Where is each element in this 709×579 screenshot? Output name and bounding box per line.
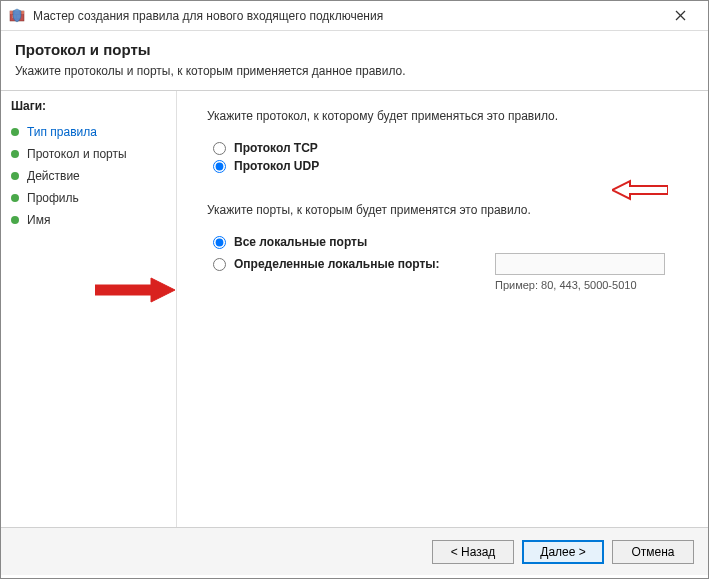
annotation-arrow-left-icon	[612, 179, 668, 201]
step-label: Имя	[27, 213, 50, 227]
step-bullet-icon	[11, 194, 19, 202]
ports-all-row[interactable]: Все локальные порты	[213, 235, 692, 249]
ports-all-label: Все локальные порты	[234, 235, 367, 249]
steps-sidebar: Шаги: Тип правила Протокол и порты Дейст…	[1, 91, 176, 527]
window-title: Мастер создания правила для нового входя…	[33, 9, 660, 23]
step-label: Профиль	[27, 191, 79, 205]
step-action[interactable]: Действие	[11, 165, 166, 187]
step-bullet-icon	[11, 172, 19, 180]
protocol-tcp-label: Протокол TCP	[234, 141, 318, 155]
step-bullet-icon	[11, 128, 19, 136]
step-profile[interactable]: Профиль	[11, 187, 166, 209]
firewall-icon	[9, 8, 25, 24]
step-rule-type[interactable]: Тип правила	[11, 121, 166, 143]
step-bullet-icon	[11, 216, 19, 224]
protocol-instruction: Укажите протокол, к которому будет приме…	[207, 109, 692, 123]
protocol-udp-row[interactable]: Протокол UDP	[213, 159, 692, 173]
step-name[interactable]: Имя	[11, 209, 166, 231]
footer-bar: < Назад Далее > Отмена	[1, 527, 708, 575]
ports-all-radio[interactable]	[213, 236, 226, 249]
cancel-button[interactable]: Отмена	[612, 540, 694, 564]
ports-specific-radio[interactable]	[213, 258, 226, 271]
titlebar: Мастер создания правила для нового входя…	[1, 1, 708, 31]
step-label: Протокол и порты	[27, 147, 127, 161]
next-button[interactable]: Далее >	[522, 540, 604, 564]
ports-example: Пример: 80, 443, 5000-5010	[495, 279, 692, 291]
page-title: Протокол и порты	[15, 41, 694, 58]
svg-marker-8	[612, 181, 668, 199]
ports-specific-label: Определенные локальные порты:	[234, 257, 440, 271]
annotation-arrow-right-icon	[95, 276, 175, 304]
steps-heading: Шаги:	[11, 99, 166, 113]
close-button[interactable]	[660, 2, 700, 30]
protocol-tcp-radio[interactable]	[213, 142, 226, 155]
wizard-body: Шаги: Тип правила Протокол и порты Дейст…	[1, 91, 708, 527]
step-label: Тип правила	[27, 125, 97, 139]
step-label: Действие	[27, 169, 80, 183]
svg-marker-9	[95, 278, 175, 302]
back-button[interactable]: < Назад	[432, 540, 514, 564]
ports-specific-row[interactable]: Определенные локальные порты:	[213, 257, 487, 271]
protocol-udp-label: Протокол UDP	[234, 159, 319, 173]
protocol-tcp-row[interactable]: Протокол TCP	[213, 141, 692, 155]
page-header: Протокол и порты Укажите протоколы и пор…	[1, 31, 708, 91]
step-protocol-ports[interactable]: Протокол и порты	[11, 143, 166, 165]
page-subtitle: Укажите протоколы и порты, к которым при…	[15, 64, 694, 78]
ports-input[interactable]	[495, 253, 665, 275]
protocol-udp-radio[interactable]	[213, 160, 226, 173]
ports-instruction: Укажите порты, к которым будет применятс…	[207, 203, 692, 217]
main-panel: Укажите протокол, к которому будет приме…	[176, 91, 708, 527]
step-bullet-icon	[11, 150, 19, 158]
